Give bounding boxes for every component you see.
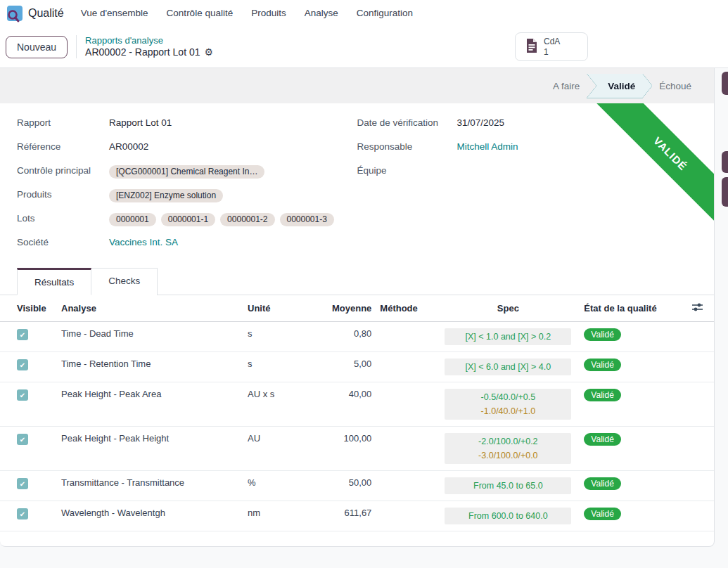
new-button[interactable]: Nouveau xyxy=(6,36,68,58)
cell-methode[interactable] xyxy=(376,352,440,382)
cell-analyse[interactable]: Peak Height - Peak Area xyxy=(57,382,243,427)
visible-checkbox[interactable]: ✔ xyxy=(17,389,28,401)
cell-moyenne[interactable]: 611,67 xyxy=(328,501,376,531)
cell-methode[interactable] xyxy=(376,471,440,501)
cell-moyenne[interactable]: 50,00 xyxy=(328,471,376,501)
field-label-responsable: Responsable xyxy=(357,141,457,155)
cell-unite[interactable]: AU xyxy=(243,427,328,471)
table-row[interactable]: ✔ Time - Dead Time s 0,80 [X] < 1.0 and … xyxy=(0,322,714,352)
document-icon xyxy=(525,38,538,56)
col-header-options[interactable] xyxy=(663,295,714,322)
col-header-moyenne[interactable]: Moyenne xyxy=(328,295,376,322)
col-header-spec[interactable]: Spec xyxy=(440,295,575,322)
nav-item-quality-control[interactable]: Contrôle qualité xyxy=(167,8,234,18)
tag-produit[interactable]: [ENZ002] Enzyme solution xyxy=(109,189,223,202)
spec-text: -2.0/100.0/+0.2 xyxy=(449,434,567,448)
tag-lot[interactable]: 0000001-2 xyxy=(220,213,274,226)
nav-item-overview[interactable]: Vue d'ensemble xyxy=(81,8,148,18)
tag-controle-principal[interactable]: [QCG000001] Chemical Reagent In… xyxy=(109,165,264,179)
coa-stat-button[interactable]: CdA 1 xyxy=(515,32,588,61)
tab-checks[interactable]: Checks xyxy=(91,268,158,295)
cell-analyse[interactable]: Wavelength - Wavelentgh xyxy=(57,501,243,531)
table-row[interactable]: ✔ Peak Height - Peak Area AU x s 40,00 -… xyxy=(0,382,714,427)
quality-status-badge: Validé xyxy=(584,433,620,446)
cell-unite[interactable]: s xyxy=(243,352,328,382)
gear-icon[interactable]: ⚙ xyxy=(205,46,214,59)
cell-analyse[interactable]: Peak Height - Peak Height xyxy=(57,427,243,471)
field-label-rapport: Rapport xyxy=(17,117,109,131)
visible-checkbox[interactable]: ✔ xyxy=(17,329,28,340)
cell-analyse[interactable]: Transmittance - Transmittance xyxy=(57,471,243,501)
side-panel-button[interactable] xyxy=(722,72,728,95)
field-label-produits: Produits xyxy=(17,189,109,202)
cell-methode[interactable] xyxy=(376,382,440,427)
top-navbar: Qualité Vue d'ensemble Contrôle qualité … xyxy=(0,0,728,26)
visible-checkbox[interactable]: ✔ xyxy=(17,359,28,370)
field-label-date-verification: Date de vérification xyxy=(357,117,457,131)
results-table: Visible Analyse Unité Moyenne Méthode Sp… xyxy=(0,295,714,531)
record-title: AR00002 - Rapport Lot 01 xyxy=(85,46,200,59)
status-step-failed[interactable]: Échoué xyxy=(646,75,704,97)
cell-unite[interactable]: % xyxy=(243,471,328,501)
nav-item-configuration[interactable]: Configuration xyxy=(357,8,413,18)
tag-lot[interactable]: 0000001-1 xyxy=(161,213,215,226)
spec-text: [X] < 6.0 and [X] > 4.0 xyxy=(449,360,567,374)
tag-lot[interactable]: 0000001-3 xyxy=(280,213,334,226)
app-name[interactable]: Qualité xyxy=(28,7,64,20)
col-header-analyse[interactable]: Analyse xyxy=(57,295,243,322)
status-step-validated[interactable]: Validé xyxy=(587,74,652,98)
cell-methode[interactable] xyxy=(376,501,440,531)
quality-status-badge: Validé xyxy=(584,508,620,520)
breadcrumb-parent-link[interactable]: Rapports d'analyse xyxy=(85,35,213,46)
side-panel-button[interactable] xyxy=(722,177,728,207)
cell-moyenne[interactable]: 100,00 xyxy=(328,427,376,471)
nav-item-analysis[interactable]: Analyse xyxy=(305,8,338,18)
cell-moyenne[interactable]: 0,80 xyxy=(328,322,376,352)
form-sheet: A faire Validé Échoué VALIDÉ Rapport Rap… xyxy=(0,68,715,547)
side-panel-button[interactable] xyxy=(722,151,728,173)
spec-text: -0.5/40.0/+0.5 xyxy=(449,390,567,404)
stat-button-label: CdA xyxy=(544,37,560,46)
main-content: A faire Validé Échoué VALIDÉ Rapport Rap… xyxy=(0,68,728,568)
field-value-responsable-link[interactable]: Mitchell Admin xyxy=(457,141,518,155)
field-label-equipe: Équipe xyxy=(357,165,457,179)
cell-unite[interactable]: s xyxy=(243,322,328,352)
quality-app-icon[interactable] xyxy=(7,6,23,21)
status-step-todo[interactable]: A faire xyxy=(540,75,592,97)
table-row[interactable]: ✔ Wavelength - Wavelentgh nm 611,67 From… xyxy=(0,501,714,531)
stat-button-count: 1 xyxy=(544,47,560,57)
field-value-reference[interactable]: AR00002 xyxy=(109,141,148,155)
optional-columns-icon[interactable] xyxy=(692,304,703,314)
col-header-unite[interactable]: Unité xyxy=(243,295,328,322)
field-value-date-verification[interactable]: 31/07/2025 xyxy=(457,117,505,131)
table-row[interactable]: ✔ Peak Height - Peak Height AU 100,00 -2… xyxy=(0,427,714,471)
visible-checkbox[interactable]: ✔ xyxy=(17,434,28,445)
table-row[interactable]: ✔ Transmittance - Transmittance % 50,00 … xyxy=(0,471,714,501)
quality-status-badge: Validé xyxy=(584,477,620,490)
col-header-visible[interactable]: Visible xyxy=(0,295,57,322)
table-row[interactable]: ✔ Time - Retention Time s 5,00 [X] < 6.0… xyxy=(0,352,714,382)
quality-status-badge: Validé xyxy=(584,359,620,371)
cell-unite[interactable]: nm xyxy=(243,501,328,531)
form-fields: Rapport Rapport Lot 01 Référence AR00002… xyxy=(0,103,714,261)
field-label-reference: Référence xyxy=(17,141,109,155)
spec-text: -1.0/40.0/+1.0 xyxy=(449,404,567,418)
field-value-societe-link[interactable]: Vaccines Int. SA xyxy=(109,237,178,250)
cell-unite[interactable]: AU x s xyxy=(243,382,328,427)
nav-item-products[interactable]: Produits xyxy=(251,8,286,18)
tab-resultats[interactable]: Résultats xyxy=(17,268,91,295)
visible-checkbox[interactable]: ✔ xyxy=(17,478,28,489)
cell-analyse[interactable]: Time - Retention Time xyxy=(57,352,243,382)
cell-analyse[interactable]: Time - Dead Time xyxy=(57,322,243,352)
col-header-methode[interactable]: Méthode xyxy=(376,295,440,322)
cell-moyenne[interactable]: 40,00 xyxy=(328,382,376,427)
statusbar: A faire Validé Échoué xyxy=(0,68,714,103)
visible-checkbox[interactable]: ✔ xyxy=(17,508,28,519)
tag-lot[interactable]: 0000001 xyxy=(109,213,156,226)
field-value-rapport[interactable]: Rapport Lot 01 xyxy=(109,117,172,131)
cell-moyenne[interactable]: 5,00 xyxy=(328,352,376,382)
col-header-etat[interactable]: État de la qualité xyxy=(575,295,663,322)
cell-methode[interactable] xyxy=(376,322,440,352)
cell-methode[interactable] xyxy=(376,427,440,471)
quality-status-badge: Validé xyxy=(584,389,620,401)
